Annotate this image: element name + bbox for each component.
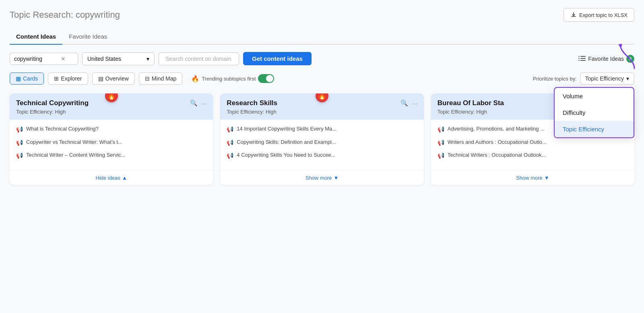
card-header-1: Technical Copywriting 🔍 ··· Topic Effici… <box>10 93 213 120</box>
explorer-icon: ⊞ <box>54 75 59 82</box>
card-link-text[interactable]: Writers and Authors : Occupational Outlo… <box>448 139 547 146</box>
footer-label-3: Show more <box>516 175 543 181</box>
card-title-1: Technical Copywriting <box>16 99 89 107</box>
card-link-text[interactable]: Advertising, Promotions, and Marketing .… <box>448 125 545 133</box>
view-overview-button[interactable]: ▤ Overview <box>92 73 135 85</box>
more-icon-1[interactable]: ··· <box>202 100 207 107</box>
card-research-skills: Research Skills 🔍 ··· Topic Efficiency: … <box>220 93 423 185</box>
card-link-text[interactable]: What is Technical Copywriting? <box>26 125 99 133</box>
prioritize-wrap: Prioritize topics by: Topic Efficiency ▾… <box>533 73 634 85</box>
card-actions-1: 🔍 ··· <box>190 99 207 107</box>
prioritize-label: Prioritize topics by: <box>533 76 577 82</box>
card-header-2: Research Skills 🔍 ··· Topic Efficiency: … <box>220 93 423 120</box>
card-body-2: 📢 14 Important Copywriting Skills Every … <box>220 120 423 170</box>
domain-search-input[interactable]: Search content on domain <box>159 52 239 65</box>
list-item: 📢 Copywriting Skills: Definition and Exa… <box>227 139 417 147</box>
view-cards-button[interactable]: ▦ Cards <box>10 73 44 85</box>
chevron-down-icon: ▾ <box>626 75 629 82</box>
view-mindmap-button[interactable]: ⊟ Mind Map <box>139 73 182 85</box>
svg-rect-5 <box>580 60 586 61</box>
blue-link-icon: 📢 <box>227 152 233 160</box>
card-link-text[interactable]: Technical Writer – Content Writing Servi… <box>26 151 126 159</box>
dropdown-item-volume[interactable]: Volume <box>555 88 634 104</box>
list-item: 📢 4 Copywriting Skills You Need to Succe… <box>227 151 417 160</box>
list-item: 📢 Technical Writer – Content Writing Ser… <box>16 151 206 160</box>
tab-favorite-ideas[interactable]: Favorite Ideas <box>62 30 114 45</box>
priority-select-button[interactable]: Topic Efficiency ▾ <box>580 73 634 85</box>
view-explorer-button[interactable]: ⊞ Explorer <box>48 73 88 85</box>
card-footer-1: Hide ideas ▲ <box>10 170 213 185</box>
list-icon <box>578 56 586 62</box>
card-footer-3: Show more ▼ <box>431 170 634 185</box>
favorite-count-badge: 8 <box>626 55 634 63</box>
more-icon-2[interactable]: ··· <box>412 100 417 107</box>
card-actions-2: 🔍 ··· <box>400 99 417 107</box>
list-item: 📢 Writers and Authors : Occupational Out… <box>438 139 628 147</box>
show-more-button-2[interactable]: Show more ▼ <box>227 175 417 181</box>
overview-label: Overview <box>105 75 129 82</box>
trending-label: 🔥 Trending subtopics first <box>191 74 274 83</box>
svg-rect-3 <box>580 58 586 59</box>
footer-label-2: Show more <box>305 175 332 181</box>
trending-text: Trending subtopics first <box>202 76 256 82</box>
favorite-ideas-button[interactable]: Favorite Ideas 8 <box>578 55 634 63</box>
page-title: Topic Research: copywriting <box>10 10 120 20</box>
domain-placeholder: Search content on domain <box>165 56 231 62</box>
chevron-down-icon: ▾ <box>147 56 149 62</box>
card-efficiency-1: Topic Efficiency: High <box>16 109 206 115</box>
title-static: Topic Research: <box>10 10 73 20</box>
priority-dropdown: Volume Difficulty Topic Efficiency <box>554 87 634 138</box>
dropdown-item-topic-efficiency[interactable]: Topic Efficiency <box>555 121 634 137</box>
favorite-ideas-label: Favorite Ideas <box>588 56 624 62</box>
view-toolbar: ▦ Cards ⊞ Explorer ▤ Overview ⊟ Mind Map… <box>10 73 634 85</box>
clear-keyword-icon[interactable]: ✕ <box>61 56 66 62</box>
priority-selected-label: Topic Efficiency <box>585 75 624 82</box>
card-technical-copywriting: Technical Copywriting 🔍 ··· Topic Effici… <box>10 93 213 185</box>
footer-icon-3: ▼ <box>544 175 549 181</box>
card-body-1: 📢 What is Technical Copywriting? 📢 Copyw… <box>10 120 213 170</box>
card-link-text[interactable]: 14 Important Copywriting Skills Every Ma… <box>237 125 336 133</box>
list-item: 📢 Copywriter vs Technical Writer: What's… <box>16 139 206 147</box>
get-ideas-button[interactable]: Get content ideas <box>243 52 312 65</box>
card-footer-2: Show more ▼ <box>220 170 423 185</box>
search-icon-1[interactable]: 🔍 <box>190 99 198 107</box>
fire-icon: 🔥 <box>191 75 199 83</box>
export-icon <box>570 12 577 18</box>
svg-rect-2 <box>578 58 580 59</box>
dropdown-item-difficulty[interactable]: Difficulty <box>555 104 634 121</box>
export-label: Export topic to XLSX <box>579 12 627 18</box>
green-link-icon: 📢 <box>16 126 23 134</box>
footer-icon-1: ▲ <box>122 175 127 181</box>
blue-link-icon: 📢 <box>438 152 444 160</box>
svg-rect-0 <box>578 56 580 57</box>
hide-ideas-button[interactable]: Hide ideas ▲ <box>16 175 206 181</box>
card-title-3: Bureau Of Labor Sta <box>438 99 504 107</box>
mindmap-label: Mind Map <box>152 75 176 82</box>
keyword-input[interactable] <box>14 56 58 62</box>
blue-link-icon: 📢 <box>438 139 444 147</box>
export-button[interactable]: Export topic to XLSX <box>564 8 634 22</box>
search-icon-2[interactable]: 🔍 <box>400 99 408 107</box>
blue-link-icon: 📢 <box>16 139 23 147</box>
keyword-input-wrap: ✕ <box>10 53 78 65</box>
list-item: 📢 What is Technical Copywriting? <box>16 125 206 134</box>
get-ideas-label: Get content ideas <box>252 55 303 62</box>
country-select[interactable]: United States ▾ <box>82 52 155 65</box>
footer-icon-2: ▼ <box>333 175 339 181</box>
overview-icon: ▤ <box>98 75 103 82</box>
mindmap-icon: ⊟ <box>145 75 150 82</box>
search-toolbar: ✕ United States ▾ Search content on doma… <box>10 52 634 65</box>
card-link-text[interactable]: 4 Copywriting Skills You Need to Succee.… <box>237 151 335 159</box>
green-link-icon: 📢 <box>227 126 233 134</box>
tab-content-ideas[interactable]: Content Ideas <box>10 30 62 45</box>
blue-link-icon: 📢 <box>16 152 23 160</box>
cards-icon: ▦ <box>16 75 21 82</box>
card-link-text[interactable]: Technical Writers : Occupational Outlook… <box>448 151 546 159</box>
green-link-icon: 📢 <box>438 126 444 134</box>
blue-link-icon: 📢 <box>227 139 233 147</box>
show-more-button-3[interactable]: Show more ▼ <box>438 175 628 181</box>
trending-toggle[interactable] <box>258 74 274 83</box>
tabs-container: Content Ideas Favorite Ideas <box>10 30 634 45</box>
card-link-text[interactable]: Copywriter vs Technical Writer: What's t… <box>26 139 122 146</box>
card-link-text[interactable]: Copywriting Skills: Definition and Examp… <box>237 139 336 146</box>
